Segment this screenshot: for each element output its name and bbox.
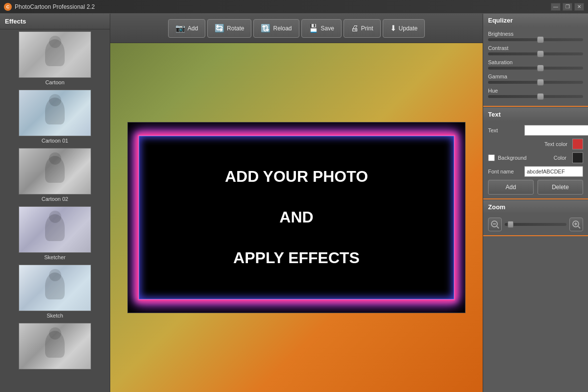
add-icon: 📷: [175, 24, 185, 33]
title-bar-left: C PhotoCartoon Professional 2.2: [4, 3, 95, 11]
title-bar: C PhotoCartoon Professional 2.2 — ❒ ✕: [0, 0, 588, 14]
right-panel: Equlizer BrightnessContrastSaturationGam…: [483, 14, 588, 392]
background-label: Background: [498, 155, 527, 161]
effect-item-cartoon[interactable]: Cartoon: [2, 31, 108, 88]
effect-label-effect6: [2, 369, 108, 373]
main-canvas: ADD YOUR PHOTO AND APPLY EFFECTS: [127, 122, 466, 313]
rotate-icon: 🔄: [215, 24, 224, 33]
eq-label-brightness: Brightness: [488, 31, 583, 37]
eq-row-contrast: Contrast: [488, 45, 583, 55]
toolbar-add-label: Add: [188, 25, 198, 32]
effect-thumb-effect6: [19, 323, 91, 369]
toolbar-update-button[interactable]: ⬇Update: [383, 19, 425, 38]
content-area: 📷Add🔄Rotate🔃Reload💾Save🖨Print⬇Update ADD…: [110, 14, 483, 392]
eq-thumb-hue[interactable]: [537, 93, 544, 100]
eq-thumb-gamma[interactable]: [537, 79, 544, 86]
effect-thumb-cartoon: [19, 31, 91, 78]
text-body: Text Text color Background Color Font na…: [483, 121, 588, 198]
background-color-row: Background Color: [488, 152, 583, 163]
text-color-row: Text color: [488, 139, 583, 149]
effect-item-sketcher[interactable]: Sketcher: [2, 206, 108, 263]
eq-label-hue: Hue: [488, 88, 583, 94]
font-preview[interactable]: abcdefABCDEF: [524, 166, 583, 177]
effects-list: CartoonCartoon 01Cartoon 02SketcherSketc…: [0, 29, 110, 392]
effect-item-cartoon01[interactable]: Cartoon 01: [2, 90, 108, 146]
text-field-label: Text: [488, 127, 522, 133]
thumb-person-silhouette: [19, 265, 91, 311]
toolbar-rotate-button[interactable]: 🔄Rotate: [207, 19, 251, 38]
toolbar-save-label: Save: [321, 25, 334, 32]
eq-thumb-brightness[interactable]: [537, 36, 544, 43]
effect-label-sketch: Sketch: [2, 311, 108, 321]
effect-thumb-cartoon01: [19, 90, 91, 136]
close-button[interactable]: ✕: [574, 3, 584, 11]
delete-text-button[interactable]: Delete: [538, 180, 583, 195]
effect-thumb-img-cartoon: [19, 32, 91, 77]
effect-label-cartoon01: Cartoon 01: [2, 136, 108, 146]
font-name-label: Font name: [488, 169, 522, 174]
eq-row-saturation: Saturation: [488, 59, 583, 70]
eq-thumb-saturation[interactable]: [537, 65, 544, 72]
toolbar-add-button[interactable]: 📷Add: [168, 19, 205, 38]
zoom-header: Zoom: [483, 200, 588, 214]
eq-track-contrast: [488, 52, 583, 55]
effect-label-cartoon: Cartoon: [2, 78, 108, 88]
text-color-label: Text color: [488, 141, 570, 147]
zoom-slider-track: [505, 223, 566, 226]
toolbar-reload-button[interactable]: 🔃Reload: [253, 19, 299, 38]
equalizer-section: Equlizer BrightnessContrastSaturationGam…: [483, 14, 588, 107]
eq-thumb-contrast[interactable]: [537, 50, 544, 57]
text-header: Text: [483, 108, 588, 121]
eq-label-gamma: Gamma: [488, 74, 583, 79]
zoom-in-button[interactable]: [569, 218, 583, 231]
toolbar-save-button[interactable]: 💾Save: [301, 19, 342, 38]
toolbar-print-label: Print: [361, 25, 373, 32]
toolbar-reload-label: Reload: [273, 25, 292, 32]
text-color-swatch[interactable]: [572, 139, 583, 149]
eq-row-gamma: Gamma: [488, 74, 583, 84]
effect-thumb-img-effect6: [19, 323, 91, 369]
equalizer-body: BrightnessContrastSaturationGammaHue: [483, 27, 588, 106]
app-title: PhotoCartoon Professional 2.2: [15, 3, 95, 10]
window-controls: — ❒ ✕: [551, 3, 584, 11]
eq-track-gamma: [488, 81, 583, 84]
background-checkbox[interactable]: [488, 154, 495, 161]
equalizer-header: Equlizer: [483, 14, 588, 27]
reload-icon: 🔃: [261, 24, 270, 33]
zoom-slider-thumb[interactable]: [508, 221, 514, 228]
save-icon: 💾: [309, 24, 318, 33]
effect-label-cartoon02: Cartoon 02: [2, 195, 108, 204]
canvas-container: ADD YOUR PHOTO AND APPLY EFFECTS: [110, 43, 483, 392]
text-action-buttons: Add Delete: [488, 180, 583, 195]
update-icon: ⬇: [390, 24, 396, 33]
thumb-person-silhouette: [19, 323, 91, 369]
toolbar-update-label: Update: [399, 25, 418, 32]
effect-item-effect6[interactable]: [2, 323, 108, 373]
main-layout: Effects CartoonCartoon 01Cartoon 02Sketc…: [0, 14, 588, 392]
canvas-prompt: ADD YOUR PHOTO AND APPLY EFFECTS: [225, 146, 368, 289]
minimize-button[interactable]: —: [551, 3, 561, 11]
effect-item-sketch[interactable]: Sketch: [2, 265, 108, 321]
text-input[interactable]: [524, 125, 588, 136]
app-icon: C: [4, 3, 12, 11]
restore-button[interactable]: ❒: [563, 3, 572, 11]
effect-item-cartoon02[interactable]: Cartoon 02: [2, 148, 108, 204]
eq-row-hue: Hue: [488, 88, 583, 98]
zoom-section: Zoom: [483, 200, 588, 236]
effect-thumb-sketch: [19, 265, 91, 311]
zoom-controls: [483, 214, 588, 235]
thumb-person-silhouette: [19, 32, 91, 77]
effect-thumb-sketcher: [19, 206, 91, 253]
thumb-person-silhouette: [19, 207, 91, 252]
toolbar-print-button[interactable]: 🖨Print: [343, 19, 381, 38]
eq-label-saturation: Saturation: [488, 59, 583, 65]
thumb-person-silhouette: [19, 90, 91, 136]
eq-row-brightness: Brightness: [488, 31, 583, 41]
effects-header: Effects: [0, 14, 110, 29]
add-text-button[interactable]: Add: [488, 180, 534, 195]
svg-line-4: [578, 226, 580, 228]
zoom-out-button[interactable]: [488, 218, 502, 231]
eq-track-saturation: [488, 67, 583, 70]
thumb-person-silhouette: [19, 148, 91, 194]
background-color-swatch[interactable]: [572, 152, 583, 163]
